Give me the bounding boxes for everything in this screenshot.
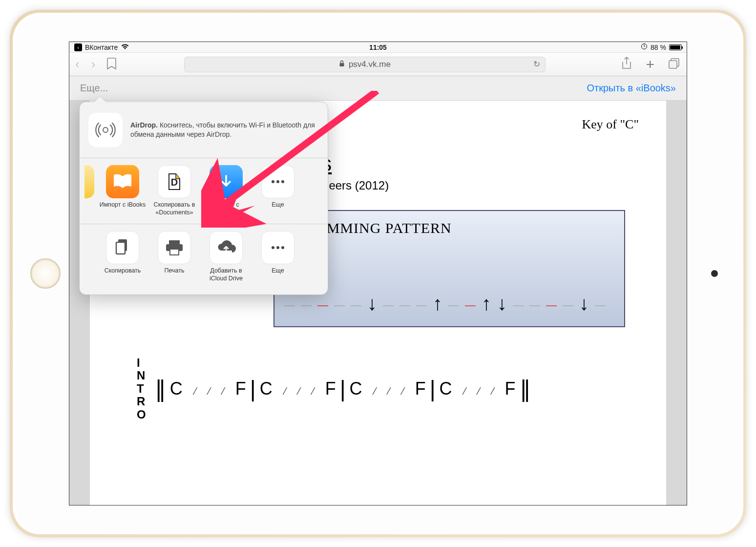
svg-point-4 [103,127,108,132]
share-row-apps: Импорт с iBooks D Скопировать в «Documen… [80,158,328,224]
more-actions-item[interactable]: Еще [254,231,301,283]
documents-icon: D [158,165,191,198]
icloud-drive-item[interactable]: Добавить в iCloud Drive [203,231,250,283]
tabs-button[interactable] [668,58,681,71]
copy-documents-item[interactable]: D Скопировать в «Documents» [151,165,198,217]
svg-point-7 [276,180,279,183]
safari-toolbar: ‹ › psv4.vk.me ↻ [69,53,687,76]
svg-point-8 [281,180,284,183]
status-time: 11:05 [369,43,387,51]
rotation-lock-icon [641,43,648,51]
down-arrow-icon: ↓ [497,293,507,315]
back-to-app-icon[interactable]: ‹ [74,43,82,51]
open-in-ibooks-link[interactable]: Открыть в «iBooks» [587,83,676,94]
strumming-heading: STRUMMING PATTERN [287,220,611,236]
airdrop-icon [88,113,123,147]
back-to-app-label[interactable]: ВКонтакте [85,43,118,51]
battery-percent: 88 % [651,43,666,51]
chord-bars: ‖ C///F | C///F | C///F | C///F ‖ [155,376,531,402]
strum-pattern: ———— —↓—— —↑—— ↑↓—— ——↓— [284,290,614,312]
svg-rect-10 [116,242,125,254]
status-left: ‹ ВКонтакте [74,43,129,51]
up-arrow-icon: ↑ [433,293,442,315]
song-subtitle: The Lumineers (2012) [273,179,639,192]
airdrop-section[interactable]: AirDrop. Коснитесь, чтобы включить Wi-Fi… [80,102,328,158]
import-downloads-item[interactable]: Импорт с Downloads [203,165,250,217]
down-arrow-icon: ↓ [579,293,589,315]
svg-rect-11 [169,240,180,244]
url-domain: psv4.vk.me [349,60,391,69]
copy-item[interactable]: Скопировать [99,231,146,283]
more-icon [261,231,294,264]
reader-subbar: Еще... Открыть в «iBooks» [69,76,687,101]
intro-label: INTRO [137,357,147,421]
svg-point-6 [272,180,274,183]
battery-icon [669,44,682,50]
address-bar[interactable]: psv4.vk.me ↻ [184,57,546,72]
new-tab-button[interactable]: + [646,56,654,73]
more-link[interactable]: Еще... [80,83,108,94]
bookmarks-button[interactable] [107,57,118,72]
print-icon [158,231,191,264]
lock-icon [339,60,345,69]
cloud-upload-icon [210,231,243,264]
svg-rect-1 [339,63,344,66]
share-row-actions: Скопировать Печать Добавит [80,224,328,295]
home-button[interactable] [30,258,61,289]
print-item[interactable]: Печать [151,231,198,283]
ipad-inner-frame: ‹ ВКонтакте 11:05 88 % [13,13,743,534]
status-right: 88 % [641,43,682,51]
screen: ‹ ВКонтакте 11:05 88 % [69,42,687,505]
up-arrow-icon: ↑ [482,293,491,315]
downloads-icon [210,165,243,198]
wifi-icon [121,43,129,51]
intro-block: INTRO ‖ C///F | C///F | C///F | C///F [137,357,639,421]
partial-app-icon[interactable] [84,165,94,198]
more-icon [261,165,294,198]
share-button[interactable] [621,57,632,72]
back-button[interactable]: ‹ [75,57,80,72]
share-sheet: AirDrop. Коснитесь, чтобы включить Wi-Fi… [79,102,328,295]
forward-button[interactable]: › [91,57,96,72]
front-camera [711,270,718,277]
import-ibooks-item[interactable]: Импорт с iBooks [99,165,146,217]
ipad-bezel: ‹ ВКонтакте 11:05 88 % [16,16,740,531]
down-arrow-icon: ↓ [367,293,377,315]
svg-rect-3 [669,61,677,68]
ibooks-icon [106,165,139,198]
airdrop-text: AirDrop. Коснитесь, чтобы включить Wi-Fi… [130,121,319,139]
svg-point-14 [272,246,274,249]
status-bar: ‹ ВКонтакте 11:05 88 % [69,42,687,53]
svg-point-15 [276,246,279,249]
copy-icon [106,231,139,264]
ipad-frame: ‹ ВКонтакте 11:05 88 % [10,10,746,537]
svg-point-16 [281,246,284,249]
reload-button[interactable]: ↻ [533,59,540,69]
svg-rect-13 [170,249,179,255]
more-apps-item[interactable]: Еще [254,165,301,217]
